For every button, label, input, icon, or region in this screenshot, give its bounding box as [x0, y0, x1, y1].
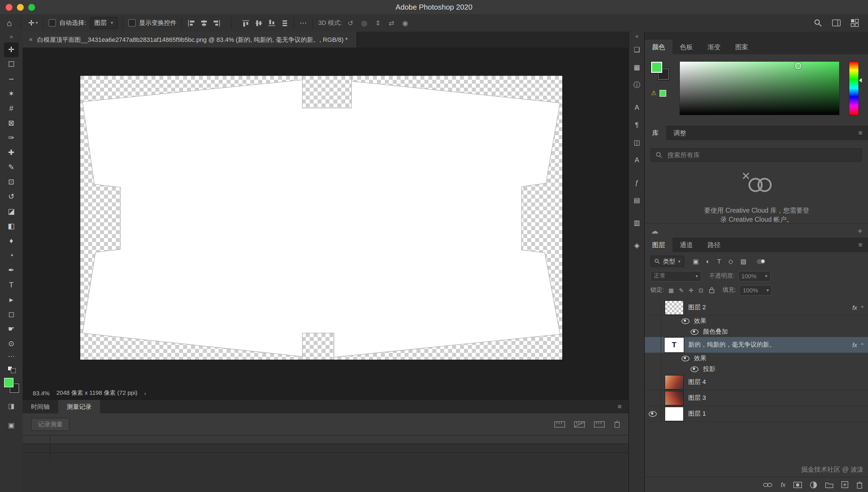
lock-all-icon[interactable]	[708, 287, 715, 294]
shape-tool[interactable]: ◻	[4, 307, 19, 322]
gamut-color-swatch[interactable]	[659, 90, 666, 96]
glyphs-panel-icon[interactable]: ◫	[631, 136, 643, 149]
layer-row[interactable]: 图层 4	[645, 374, 868, 390]
meas-export-icon[interactable]	[594, 421, 605, 427]
current-tool-icon[interactable]: ✛	[26, 19, 34, 27]
align-center-horizontal-icon[interactable]	[200, 19, 208, 27]
auto-select-target-dropdown[interactable]: 图层 ▾	[90, 17, 117, 29]
lock-position-icon[interactable]: ✛	[689, 287, 694, 293]
new-group-folder-icon[interactable]	[825, 482, 834, 488]
foreground-color-swatch[interactable]	[651, 61, 663, 74]
visibility-cell[interactable]	[645, 337, 661, 352]
character-panel-icon[interactable]: A	[631, 101, 643, 114]
link-layers-icon[interactable]	[763, 482, 773, 487]
blur-tool[interactable]: ♦	[4, 233, 19, 248]
visibility-cell[interactable]	[645, 316, 661, 326]
document-tab[interactable]: × 白模屋顶平面图__3431ea6e2747a8b2831af14865f9b…	[23, 32, 357, 48]
zoom-tool[interactable]: ⊙	[4, 337, 19, 351]
close-window-button[interactable]	[6, 4, 12, 10]
layer-name[interactable]: 图层 1	[688, 410, 868, 418]
crop-tool[interactable]: #	[4, 101, 19, 116]
panel-menu-icon[interactable]: ≡	[617, 400, 628, 413]
lock-image-icon[interactable]: ✎	[679, 287, 684, 293]
tab-paths[interactable]: 路径	[700, 238, 728, 252]
zoom-window-button[interactable]	[28, 4, 35, 10]
tab-color[interactable]: 颜色	[645, 40, 673, 54]
magic-wand-tool[interactable]: ✶	[4, 87, 19, 101]
properties2-panel-icon[interactable]: ▤	[631, 194, 643, 206]
layer-name[interactable]: 图层 2	[688, 303, 852, 312]
effects-group-row[interactable]: 效果	[645, 316, 868, 326]
marquee-tool[interactable]: ☐	[4, 57, 19, 72]
3d-orbit-icon[interactable]: ↺	[348, 19, 353, 27]
measurement-table[interactable]	[23, 435, 628, 492]
info-panel-icon[interactable]: ⓘ	[631, 79, 643, 91]
tab-measurement-log[interactable]: 测量记录	[58, 400, 100, 413]
align-right-icon[interactable]	[213, 19, 221, 27]
close-document-icon[interactable]: ×	[29, 35, 33, 44]
align-top-icon[interactable]	[242, 19, 250, 27]
effects-group-row[interactable]: 效果	[645, 353, 868, 364]
panel-menu-icon[interactable]: ≡	[859, 238, 868, 252]
type-tool[interactable]: T	[4, 278, 19, 292]
frame-tool[interactable]: ⊠	[4, 116, 19, 131]
effect-visibility-eye-icon[interactable]	[690, 366, 699, 372]
collapse-effects-icon[interactable]: ^	[861, 304, 864, 310]
layer-filter-toggle[interactable]	[756, 259, 765, 264]
tab-adjustments[interactable]: 调整	[666, 126, 694, 140]
status-chevron-icon[interactable]: ›	[144, 390, 146, 396]
record-measurements-button[interactable]: 记录测量	[31, 418, 70, 430]
effect-row[interactable]: 颜色叠加	[645, 326, 868, 337]
3d-roll-icon[interactable]: ◎	[361, 19, 367, 27]
add-library-icon[interactable]: +	[858, 226, 862, 235]
delete-layer-trash-icon[interactable]	[856, 481, 863, 488]
tab-layers[interactable]: 图层	[645, 238, 673, 252]
library-search-input[interactable]	[666, 151, 857, 159]
tab-timeline[interactable]: 时间轴	[23, 400, 58, 413]
text-layer-thumbnail[interactable]: T	[665, 338, 683, 351]
visibility-cell[interactable]	[645, 390, 661, 405]
visibility-cell[interactable]	[645, 364, 661, 374]
show-transform-checkbox[interactable]	[128, 19, 136, 27]
layer-row[interactable]: 图层 1	[645, 406, 868, 422]
layer-name[interactable]: 新的，纯新的，毫无争议的新。	[688, 340, 852, 349]
layer-name[interactable]: 图层 3	[688, 394, 868, 402]
layer-fx-badge[interactable]: fx	[852, 341, 857, 348]
panel-menu-icon[interactable]: ≡	[859, 126, 868, 140]
gamut-warning-icon[interactable]: ⚠	[651, 89, 657, 97]
layer-name[interactable]: 图层 4	[688, 378, 868, 386]
layer-row[interactable]: 图层 2 fx ^	[645, 300, 868, 316]
paragraph-panel-icon[interactable]: ¶	[631, 119, 643, 131]
tab-channels[interactable]: 通道	[673, 238, 700, 252]
opacity-dropdown[interactable]: 100% ▾	[738, 271, 771, 281]
effect-visibility-eye-icon[interactable]	[682, 318, 689, 324]
library-search-box[interactable]	[651, 148, 862, 162]
visibility-eye-icon[interactable]	[649, 411, 657, 417]
fill-dropdown[interactable]: 100% ▾	[739, 285, 772, 295]
hue-slider-marker[interactable]	[859, 78, 862, 82]
layer-filter-type-dropdown[interactable]: 类型 ▾	[651, 255, 684, 267]
visibility-cell[interactable]	[645, 353, 661, 364]
workspace-switcher-icon[interactable]	[832, 19, 841, 27]
history-brush-tool[interactable]: ↺	[4, 190, 19, 204]
share-arrange-icon[interactable]	[850, 19, 859, 27]
zoom-level[interactable]: 83.4%	[33, 390, 50, 396]
healing-brush-tool[interactable]: ✚	[4, 145, 19, 160]
align-middle-vertical-icon[interactable]	[255, 19, 263, 27]
tool-preset-chevron-icon[interactable]: ▾	[35, 20, 38, 25]
layer-thumbnail[interactable]	[665, 407, 683, 420]
quick-mask-icon[interactable]: ◨	[4, 400, 19, 412]
character-styles-panel-icon[interactable]: A	[631, 154, 643, 166]
tab-libraries[interactable]: 库	[645, 126, 666, 140]
tab-patterns[interactable]: 图案	[728, 40, 756, 54]
layer-mask-icon[interactable]	[793, 482, 802, 488]
collapse-effects-icon[interactable]: ^	[861, 342, 864, 347]
meas-ruler-icon[interactable]	[554, 421, 565, 427]
blend-mode-dropdown[interactable]: 正常 ▾	[651, 271, 701, 281]
foreground-color-swatch[interactable]	[4, 378, 13, 387]
eyedropper-tool[interactable]: ✑	[4, 131, 19, 145]
filter-shape-layers-icon[interactable]: ◇	[729, 257, 733, 265]
meas-clear-icon[interactable]	[574, 421, 585, 427]
edit-toolbar-icon[interactable]: ⋯	[8, 352, 15, 360]
distribute-vertical-icon[interactable]	[281, 19, 289, 27]
